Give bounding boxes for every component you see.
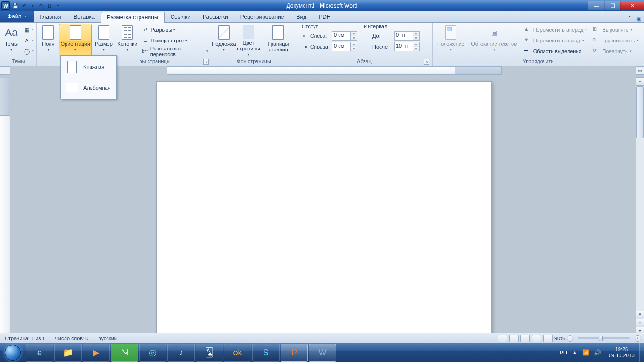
qat-save[interactable]: 💾	[12, 2, 19, 9]
spin-down[interactable]: ▼	[413, 47, 419, 51]
view-web-layout[interactable]	[520, 335, 530, 342]
ruler-toggle[interactable]: ▭	[636, 66, 644, 75]
zoom-percent[interactable]: 90%	[554, 336, 565, 341]
line-numbers-button[interactable]: ≡Номера строк▾	[140, 35, 210, 46]
status-word-count[interactable]: Число слов: 0	[50, 333, 94, 343]
taskbar-skype[interactable]: S	[252, 344, 280, 362]
indent-left[interactable]: ⇤ Слева: 0 см▲▼	[301, 31, 357, 41]
view-full-screen[interactable]	[509, 335, 519, 342]
status-page[interactable]: Страница: 1 из 1	[0, 333, 50, 343]
zoom-slider[interactable]	[578, 337, 630, 339]
zoom-knob[interactable]	[599, 336, 603, 341]
bring-forward-button[interactable]: ▲Переместить вперед▾	[522, 25, 589, 35]
tray-flag-icon[interactable]: ▲	[572, 349, 578, 356]
spin-down[interactable]: ▼	[350, 36, 357, 41]
zoom-in[interactable]: +	[635, 335, 641, 342]
spacing-before[interactable]: ≡ До: 0 пт▲▼	[363, 31, 420, 41]
dialog-launcher-icon[interactable]: ↘	[203, 59, 209, 65]
status-language[interactable]: русский	[93, 333, 122, 343]
orientation-portrait[interactable]: Книжная	[62, 57, 116, 77]
page-color-button[interactable]: Цвет страницы▼	[235, 24, 262, 58]
spin-down[interactable]: ▼	[350, 47, 357, 51]
qat-customize[interactable]: ▼	[54, 2, 62, 9]
show-desktop[interactable]	[639, 343, 644, 362]
tab-home[interactable]: Главная	[34, 11, 68, 22]
taskbar-app1[interactable]: ⇲	[111, 344, 138, 362]
breaks-button[interactable]: ↵Разрывы▾	[140, 25, 210, 35]
spacing-after[interactable]: ≡ После: 10 пт▲▼	[363, 41, 420, 52]
window-close[interactable]: ✕	[620, 1, 644, 10]
group-button[interactable]: ⧉Группировать▾	[591, 35, 641, 46]
tab-page-layout[interactable]: Разметка страницы	[101, 12, 165, 23]
tray-volume-icon[interactable]: 🔊	[594, 349, 601, 356]
spin-up[interactable]: ▲	[413, 42, 419, 47]
ribbon-minimize[interactable]: ˇ	[626, 16, 634, 22]
tab-pdf[interactable]: PDF	[313, 11, 336, 22]
document-viewport[interactable]	[10, 78, 636, 343]
scroll-up[interactable]: ▲	[636, 77, 644, 86]
taskbar-powerpoint[interactable]: P	[281, 344, 308, 362]
page-borders-button[interactable]: Границы страниц	[263, 24, 294, 58]
zoom-out[interactable]: −	[567, 335, 573, 342]
spin-up[interactable]: ▲	[350, 32, 357, 36]
taskbar-app3[interactable]: ♪	[167, 344, 195, 362]
tray-network-icon[interactable]: 📶	[582, 349, 589, 356]
view-outline[interactable]	[532, 335, 541, 342]
vertical-ruler[interactable]	[0, 78, 10, 343]
hruler-right-margin[interactable]	[455, 66, 502, 75]
spin-down[interactable]: ▼	[413, 36, 419, 41]
theme-colors[interactable]: ▦▾	[22, 25, 35, 35]
prev-page[interactable]: ◦	[636, 319, 644, 327]
columns-button[interactable]: Колонки▼	[116, 24, 139, 58]
position-button[interactable]: Положение▼	[435, 24, 467, 58]
horizontal-ruler[interactable]	[167, 66, 502, 75]
spin-up[interactable]: ▲	[413, 32, 419, 36]
scroll-thumb[interactable]	[636, 86, 644, 138]
help-icon[interactable]: ◉	[634, 16, 644, 22]
align-button[interactable]: ⊞Выровнять▾	[591, 25, 641, 35]
tab-insert[interactable]: Вставка	[67, 11, 101, 22]
margins-button[interactable]: Поля▼	[39, 24, 58, 58]
tab-mailings[interactable]: Рассылки	[197, 11, 234, 22]
qat-undo-menu[interactable]: ▼	[29, 2, 36, 9]
qat-redo[interactable]: ↷	[37, 2, 45, 9]
dialog-launcher-icon[interactable]: ↘	[424, 59, 429, 65]
tray-clock[interactable]: 19:25 09.10.2013	[606, 346, 637, 359]
taskbar-explorer[interactable]: 📁	[54, 344, 82, 362]
view-draft[interactable]	[543, 335, 553, 342]
window-minimize[interactable]: —	[588, 1, 604, 10]
taskbar-word[interactable]: W	[309, 344, 336, 362]
taskbar-ok[interactable]: ok	[224, 344, 251, 362]
themes-button[interactable]: Aa Темы ▼	[2, 24, 21, 58]
hyphenation-button[interactable]: bᵃ⁻Расстановка переносов▾	[140, 46, 210, 57]
theme-fonts[interactable]: A▾	[22, 35, 35, 46]
orientation-landscape[interactable]: Альбомная	[62, 77, 116, 98]
window-restore[interactable]: ❐	[604, 1, 620, 10]
send-backward-button[interactable]: ▼Переместить назад▾	[522, 35, 589, 46]
taskbar-solitaire[interactable]: 🂡	[196, 344, 223, 362]
rotate-button[interactable]: ⟳Повернуть▾	[591, 46, 641, 57]
tab-view[interactable]: Вид	[290, 11, 313, 22]
qat-undo[interactable]: ↶	[20, 2, 28, 9]
selection-pane-button[interactable]: ☰Область выделения	[522, 46, 589, 57]
orientation-button[interactable]: Ориентация▼	[59, 24, 92, 58]
size-button[interactable]: Размер▼	[93, 24, 115, 58]
start-button[interactable]	[0, 343, 25, 362]
tab-review[interactable]: Рецензирование	[234, 11, 290, 22]
watermark-button[interactable]: Подложка▼	[214, 24, 234, 58]
spin-up[interactable]: ▲	[350, 42, 357, 47]
tray-lang[interactable]: RU	[560, 350, 567, 355]
taskbar-app2[interactable]: ◎	[139, 344, 166, 362]
tab-selector[interactable]: ∟	[0, 66, 10, 75]
scroll-down[interactable]: ▼	[636, 311, 644, 319]
view-print-layout[interactable]	[498, 335, 507, 342]
tab-references[interactable]: Ссылки	[165, 11, 197, 22]
taskbar-media[interactable]: ▶	[83, 344, 110, 362]
wrap-text-button[interactable]: ▣ Обтекание текстом▼	[469, 24, 520, 58]
taskbar-ie[interactable]: e	[26, 344, 53, 362]
tab-file[interactable]: Файл	[0, 11, 34, 22]
document-page[interactable]	[157, 82, 491, 343]
qat-new[interactable]: 🗋	[46, 2, 53, 9]
vertical-scrollbar[interactable]: ▲ ▼ ◦ ● ◦	[636, 78, 644, 343]
theme-effects[interactable]: ◯▾	[22, 46, 35, 57]
